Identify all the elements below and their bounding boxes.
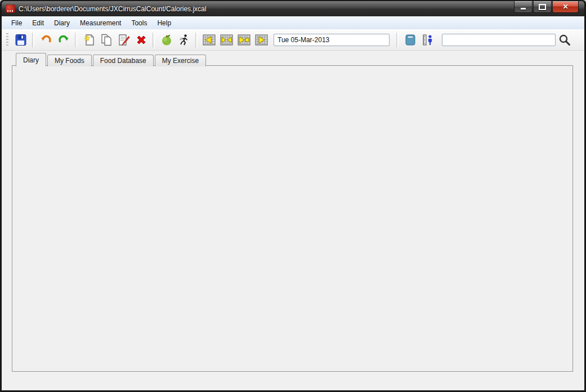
undo-icon <box>39 33 53 47</box>
menu-file[interactable]: File <box>6 17 27 29</box>
toolbar-separator <box>75 33 77 47</box>
tab-my-exercise[interactable]: My Exercise <box>155 55 206 66</box>
calendar-prev-day-button[interactable] <box>201 31 217 48</box>
save-button[interactable] <box>12 31 29 48</box>
toolbar-separator <box>32 33 34 47</box>
toolbar-grip[interactable] <box>6 33 8 47</box>
calendar-prev-entry-icon <box>220 33 234 47</box>
tab-my-foods[interactable]: My Foods <box>47 55 92 66</box>
tab-diary[interactable]: Diary <box>16 53 46 66</box>
redo-icon <box>57 33 70 47</box>
food-button[interactable] <box>158 31 175 48</box>
menu-bar: FileEditDiaryMeasurementToolsHelp <box>2 16 584 29</box>
weight-scale-icon <box>404 33 417 47</box>
undo-button[interactable] <box>38 31 54 48</box>
toolbar-separator <box>195 33 198 47</box>
toolbar-separator <box>396 33 399 47</box>
title-bar: C:\Users\borderer\Documents/JXCirrusCalC… <box>2 1 584 16</box>
tab-strip: DiaryMy FoodsFood DatabaseMy Exercise <box>16 53 207 66</box>
weight-scale-button[interactable] <box>402 31 418 48</box>
calendar-prev-day-icon <box>202 33 216 47</box>
search-button[interactable] <box>556 31 572 48</box>
new-entry-icon <box>82 33 96 47</box>
edit-button[interactable] <box>115 31 132 48</box>
toolbar-separator <box>153 33 155 47</box>
tab-food-database[interactable]: Food Database <box>93 55 154 66</box>
copy-icon <box>100 33 113 47</box>
toolbar <box>2 29 584 51</box>
menu-help[interactable]: Help <box>152 17 176 29</box>
save-icon <box>14 33 28 47</box>
close-button[interactable]: ✕ <box>552 1 579 13</box>
menu-diary[interactable]: Diary <box>49 17 75 29</box>
app-icon <box>6 4 15 13</box>
maximize-button[interactable] <box>533 1 552 13</box>
body-measure-icon <box>421 33 435 47</box>
new-entry-button[interactable] <box>80 31 97 48</box>
calendar-next-day-icon <box>254 33 269 47</box>
exercise-runner-icon <box>177 33 191 47</box>
app-window: C:\Users\borderer\Documents/JXCirrusCalC… <box>0 0 586 392</box>
close-icon: ✕ <box>562 3 568 11</box>
menu-tools[interactable]: Tools <box>126 17 152 29</box>
body-measure-button[interactable] <box>419 31 436 48</box>
menu-measurement[interactable]: Measurement <box>75 17 126 29</box>
search-icon <box>558 33 571 47</box>
calendar-prev-entry-button[interactable] <box>218 31 235 48</box>
delete-button[interactable] <box>133 31 149 48</box>
search-input[interactable] <box>442 34 556 46</box>
exercise-button[interactable] <box>176 31 192 48</box>
edit-icon <box>117 33 131 47</box>
maximize-icon <box>539 4 546 10</box>
diary-tab-panel <box>12 65 573 372</box>
delete-icon <box>135 33 148 47</box>
window-title: C:\Users\borderer\Documents/JXCirrusCalC… <box>19 5 584 13</box>
minimize-icon <box>521 8 526 10</box>
calendar-next-entry-icon <box>237 33 251 47</box>
calendar-next-day-button[interactable] <box>253 31 270 48</box>
redo-button[interactable] <box>55 31 71 48</box>
copy-button[interactable] <box>98 31 114 48</box>
calendar-next-entry-button[interactable] <box>236 31 252 48</box>
menu-edit[interactable]: Edit <box>27 17 49 29</box>
date-field[interactable] <box>274 34 390 46</box>
minimize-button[interactable] <box>514 1 533 13</box>
food-apple-icon <box>160 33 173 47</box>
